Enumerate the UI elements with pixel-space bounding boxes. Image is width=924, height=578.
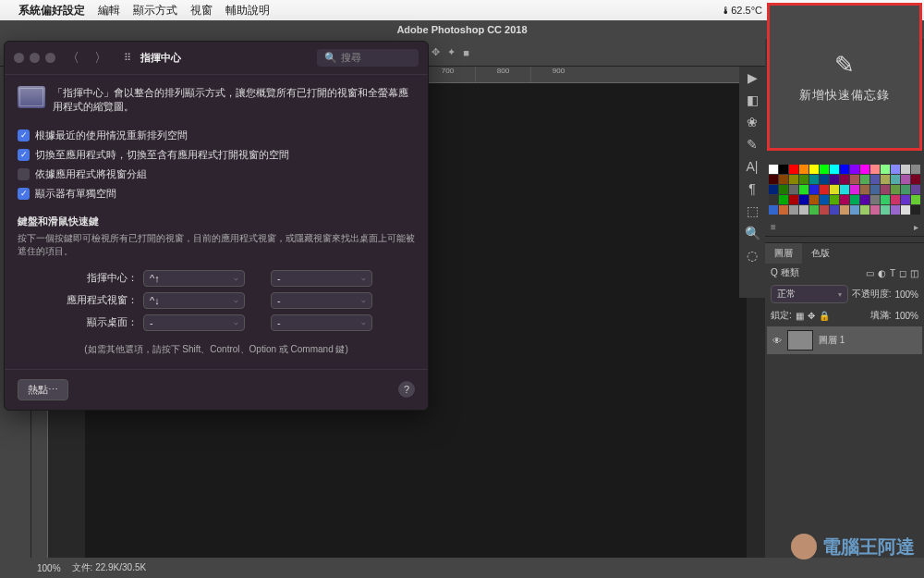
filter-shape-icon[interactable]: ◻ (899, 268, 906, 278)
swatch[interactable] (840, 205, 849, 215)
swatch[interactable] (799, 205, 808, 215)
tab-channels[interactable]: 色版 (802, 243, 839, 264)
swatch[interactable] (820, 165, 829, 174)
options-pan-icon[interactable]: ✦ (447, 46, 456, 58)
swatch[interactable] (891, 195, 900, 204)
swatch[interactable] (830, 195, 839, 204)
lock-pixels-icon[interactable]: ▦ (796, 311, 804, 321)
swatch[interactable] (779, 205, 788, 215)
keyboard-shortcut-select[interactable]: ^↓⌵ (143, 292, 245, 309)
swatch[interactable] (850, 195, 859, 204)
swatch[interactable] (799, 185, 808, 194)
filter-adj-icon[interactable]: ◐ (878, 268, 886, 278)
swatch[interactable] (830, 175, 839, 184)
swatch[interactable] (789, 195, 798, 204)
lock-all-icon[interactable]: 🔒 (819, 311, 830, 321)
swatch[interactable] (850, 165, 859, 174)
options-cam-icon[interactable]: ■ (463, 47, 469, 58)
hot-corners-button[interactable]: 熱點⋯ (18, 379, 68, 400)
swatch[interactable] (769, 175, 778, 184)
swatch[interactable] (881, 175, 890, 184)
prefs-search[interactable]: 🔍 搜尋 (317, 49, 419, 67)
swatch[interactable] (769, 205, 778, 215)
swatch[interactable] (840, 195, 849, 204)
swatch[interactable] (911, 195, 920, 204)
swatch[interactable] (809, 175, 819, 184)
swatches-panel[interactable] (765, 161, 924, 218)
swatch[interactable] (850, 205, 859, 215)
swatch[interactable] (870, 175, 880, 184)
swatch[interactable] (789, 185, 798, 194)
panel-icon-paragraph[interactable]: ¶ (748, 181, 756, 196)
swatch[interactable] (860, 205, 869, 215)
swatch[interactable] (769, 195, 778, 204)
panel-icon-properties[interactable]: 🔍 (745, 226, 760, 240)
blend-mode-select[interactable]: 正常▾ (771, 285, 848, 303)
checkbox-icon[interactable]: ✓ (18, 188, 30, 200)
swatch[interactable] (901, 165, 910, 174)
swatch[interactable] (891, 185, 900, 194)
swatch[interactable] (779, 175, 788, 184)
filter-image-icon[interactable]: ▭ (866, 268, 874, 278)
filter-type-icon[interactable]: T (890, 268, 895, 278)
layer-filter-label[interactable]: Q 種類 (771, 266, 799, 279)
swatch[interactable] (850, 175, 859, 184)
swatch[interactable] (789, 165, 798, 174)
app-menu[interactable]: 系統偏好設定 (18, 3, 85, 18)
swatch[interactable] (809, 165, 819, 174)
mouse-shortcut-select[interactable]: -⌵ (271, 270, 372, 287)
swatch[interactable] (840, 185, 849, 194)
zoom-level[interactable]: 100% (37, 563, 61, 573)
swatch[interactable] (901, 205, 910, 215)
swatch[interactable] (779, 185, 788, 194)
swatch[interactable] (830, 185, 839, 194)
swatch[interactable] (820, 195, 829, 204)
panel-icon-brushes[interactable]: ✎ (747, 137, 758, 152)
swatch[interactable] (901, 195, 910, 204)
forward-button[interactable]: 〉 (91, 50, 111, 67)
layer-row[interactable]: 👁 圖層 1 (767, 326, 922, 354)
checkbox-icon[interactable]: ✓ (18, 129, 30, 141)
doc-size[interactable]: 文件: 22.9K/30.5K (72, 561, 147, 574)
menu-help[interactable]: 輔助說明 (225, 3, 270, 18)
pref-checkbox-row[interactable]: ✓切換至應用程式時，切換至含有應用程式打開視窗的空間 (18, 145, 415, 165)
swatch[interactable] (860, 175, 869, 184)
swatch[interactable] (779, 165, 788, 174)
panel-icon-history[interactable]: ▶ (748, 70, 758, 85)
panel-icon-styles[interactable]: ❀ (747, 115, 758, 129)
filter-smart-icon[interactable]: ◫ (910, 268, 918, 278)
menu-edit[interactable]: 編輯 (98, 3, 120, 18)
menu-view[interactable]: 顯示方式 (133, 3, 177, 18)
pref-checkbox-row[interactable]: ✓根據最近的使用情況重新排列空間 (18, 126, 415, 145)
swatch[interactable] (809, 195, 819, 204)
swatch[interactable] (860, 165, 869, 174)
swatch[interactable] (891, 165, 900, 174)
checkbox-icon[interactable] (18, 168, 30, 180)
mouse-shortcut-select[interactable]: -⌵ (271, 314, 372, 331)
swatch[interactable] (860, 185, 869, 194)
panel-icon-3d[interactable]: ⬚ (747, 203, 759, 218)
swatch[interactable] (911, 175, 920, 184)
swatch[interactable] (850, 185, 859, 194)
swatch[interactable] (911, 205, 920, 215)
swatch[interactable] (769, 185, 778, 194)
checkbox-icon[interactable]: ✓ (18, 149, 30, 161)
swatch[interactable] (799, 195, 808, 204)
back-button[interactable]: 〈 (63, 50, 83, 67)
swatch[interactable] (840, 165, 849, 174)
swatch[interactable] (870, 165, 880, 174)
swatch[interactable] (789, 175, 798, 184)
swatch[interactable] (881, 165, 890, 174)
swatch[interactable] (860, 195, 869, 204)
visibility-eye-icon[interactable]: 👁 (772, 336, 782, 346)
swatch[interactable] (881, 185, 890, 194)
help-button[interactable]: ? (398, 381, 415, 398)
swatch[interactable] (830, 165, 839, 174)
panel-collapse-icon[interactable]: ▸ (914, 222, 918, 232)
swatch[interactable] (820, 175, 829, 184)
swatch[interactable] (799, 165, 808, 174)
fill-value[interactable]: 100% (894, 311, 918, 321)
swatch[interactable] (901, 175, 910, 184)
swatch[interactable] (830, 205, 839, 215)
menu-window[interactable]: 視窗 (190, 3, 213, 18)
